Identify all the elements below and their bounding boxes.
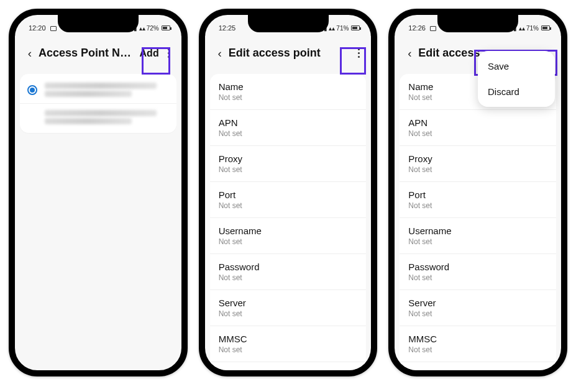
setting-label: MMS proxy — [408, 370, 547, 376]
phone-notch — [58, 14, 139, 32]
setting-label: MMSC — [408, 334, 547, 344]
setting-server[interactable]: Server Not set — [210, 290, 367, 326]
setting-label: Password — [408, 262, 547, 272]
setting-username[interactable]: Username Not set — [400, 218, 556, 254]
setting-proxy[interactable]: Proxy Not set — [400, 146, 556, 182]
overflow-menu-popup: Save Discard — [478, 51, 555, 107]
back-icon[interactable]: ‹ — [211, 47, 229, 60]
screen-header: ‹ Edit access point — [205, 36, 372, 70]
setting-label: Password — [219, 262, 358, 272]
setting-value: Not set — [219, 237, 358, 246]
apn-list-card — [20, 74, 176, 133]
setting-value: Not set — [408, 345, 547, 354]
setting-label: MMSC — [219, 334, 358, 344]
setting-value: Not set — [408, 201, 547, 210]
more-menu-icon[interactable] — [163, 45, 175, 62]
setting-value: Not set — [408, 309, 547, 318]
setting-label: Server — [408, 298, 547, 308]
apn-list-item[interactable] — [20, 76, 176, 104]
setting-mmsc[interactable]: MMSC Not set — [210, 326, 367, 362]
setting-value: Not set — [219, 129, 358, 138]
setting-password[interactable]: Password Not set — [210, 254, 367, 290]
apn-list-item[interactable] — [20, 104, 176, 130]
status-time: 12:20 — [29, 24, 46, 32]
setting-value: Not set — [219, 345, 358, 354]
phone-mockup-2: 12:25 ▮▯▮ ▴▴ 71% ‹ Edit access point Nam… — [199, 9, 378, 376]
page-title: Access Point Nam… — [39, 47, 136, 60]
setting-value: Not set — [219, 201, 358, 210]
more-menu-icon[interactable] — [352, 45, 365, 62]
setting-label: Username — [219, 226, 358, 236]
setting-apn[interactable]: APN Not set — [400, 110, 556, 146]
menu-save[interactable]: Save — [478, 53, 555, 79]
setting-label: Server — [219, 298, 358, 308]
setting-mms-proxy[interactable]: MMS proxy Not set — [400, 362, 556, 376]
setting-value: Not set — [219, 273, 358, 282]
sms-icon — [430, 26, 436, 31]
setting-label: Username — [408, 226, 547, 236]
apn-item-label — [45, 110, 169, 124]
status-time: 12:26 — [408, 24, 426, 32]
battery-icon — [351, 25, 360, 30]
setting-label: APN — [408, 117, 547, 128]
phone-mockup-3: 12:26 ▮▯▮ ▴▴ 71% ‹ Edit access Save Disc… — [388, 9, 567, 376]
setting-name[interactable]: Name Not set — [210, 74, 367, 110]
setting-proxy[interactable]: Proxy Not set — [210, 146, 367, 182]
battery-percent: 72% — [147, 25, 159, 32]
apn-item-label — [45, 83, 169, 97]
setting-value: Not set — [219, 165, 358, 174]
setting-server[interactable]: Server Not set — [400, 290, 556, 326]
add-button[interactable]: Add — [136, 45, 163, 62]
back-icon[interactable]: ‹ — [401, 47, 418, 60]
setting-mmsc[interactable]: MMSC Not set — [400, 326, 556, 362]
setting-label: Port — [408, 189, 547, 200]
back-icon[interactable]: ‹ — [21, 47, 39, 60]
setting-port[interactable]: Port Not set — [400, 182, 556, 218]
setting-value: Not set — [219, 309, 358, 318]
menu-discard[interactable]: Discard — [478, 79, 555, 104]
setting-value: Not set — [408, 273, 547, 282]
battery-percent: 71% — [526, 25, 539, 32]
page-title: Edit access point — [229, 47, 353, 60]
setting-username[interactable]: Username Not set — [210, 218, 367, 254]
battery-icon — [541, 25, 550, 30]
setting-mms-proxy[interactable]: MMS proxy Not set — [210, 362, 367, 376]
setting-value: Not set — [408, 237, 547, 246]
setting-password[interactable]: Password Not set — [400, 254, 556, 290]
setting-label: Name — [219, 81, 358, 92]
setting-value: Not set — [408, 129, 547, 138]
apn-settings-list: Name Not set APN Not set Proxy Not set P… — [400, 74, 556, 376]
sms-icon — [50, 26, 57, 31]
battery-percent: 71% — [336, 25, 349, 32]
phone-notch — [437, 14, 518, 32]
phone-notch — [248, 14, 329, 32]
setting-label: Port — [219, 189, 358, 200]
screen-header: ‹ Access Point Nam… Add — [15, 36, 181, 70]
setting-value: Not set — [408, 165, 547, 174]
setting-port[interactable]: Port Not set — [210, 182, 367, 218]
setting-label: Proxy — [219, 153, 358, 164]
setting-apn[interactable]: APN Not set — [210, 110, 367, 146]
radio-selected-icon[interactable] — [27, 85, 37, 95]
setting-label: MMS proxy — [219, 370, 358, 376]
setting-label: APN — [219, 117, 358, 128]
setting-label: Proxy — [408, 153, 547, 164]
battery-icon — [162, 25, 170, 30]
phone-mockup-1: 12:20 ▮▯▮ ▴▴ 72% ‹ Access Point Nam… Add — [9, 9, 188, 376]
status-time: 12:25 — [219, 24, 236, 32]
setting-value: Not set — [219, 93, 358, 102]
apn-settings-list: Name Not set APN Not set Proxy Not set P… — [210, 74, 367, 376]
